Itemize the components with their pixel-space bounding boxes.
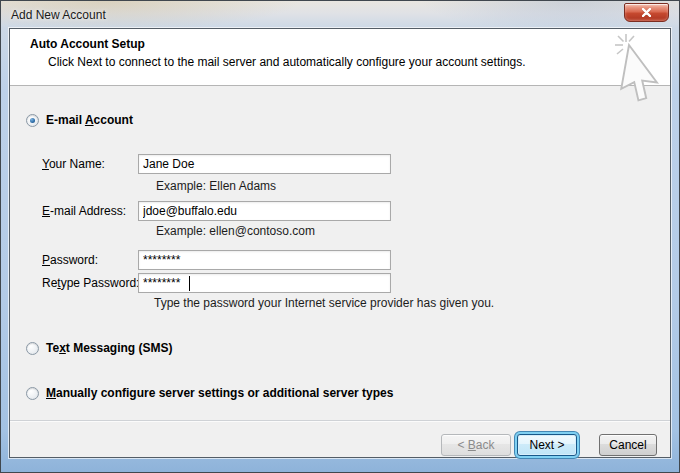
header-banner: Auto Account Setup Click Next to connect…	[10, 29, 670, 86]
next-button[interactable]: Next >	[517, 434, 577, 456]
header-title: Auto Account Setup	[30, 37, 145, 51]
close-button[interactable]	[624, 3, 669, 22]
your-name-example: Example: Ellen Adams	[156, 179, 276, 193]
radio-text-messaging-label: Text Messaging (SMS)	[46, 341, 173, 355]
sparkle-cursor-icon	[613, 32, 665, 106]
radio-email-account[interactable]: E-mail Account	[26, 113, 133, 127]
back-button[interactable]: < Back	[441, 434, 511, 456]
cancel-button[interactable]: Cancel	[599, 434, 657, 456]
retype-password-label: Retype Password:	[42, 276, 139, 290]
email-address-input[interactable]	[138, 201, 391, 221]
your-name-label: Your Name:	[42, 157, 105, 171]
retype-password-input[interactable]	[138, 273, 391, 293]
password-input[interactable]	[138, 250, 391, 270]
radio-manual-configure[interactable]: Manually configure server settings or ad…	[26, 386, 393, 400]
titlebar[interactable]: Add New Account	[1, 1, 679, 28]
radio-text-messaging[interactable]: Text Messaging (SMS)	[26, 341, 173, 355]
text-cursor	[189, 276, 190, 291]
password-hint: Type the password your Internet service …	[154, 296, 494, 310]
add-new-account-window: Add New Account Auto Account Setup Click…	[0, 0, 680, 473]
dialog-body: Auto Account Setup Click Next to connect…	[9, 28, 671, 458]
email-address-label: E-mail Address:	[42, 204, 126, 218]
window-title: Add New Account	[11, 8, 106, 22]
email-address-example: Example: ellen@contoso.com	[156, 224, 315, 238]
radio-dot	[30, 118, 35, 123]
radio-manual-configure-label: Manually configure server settings or ad…	[46, 386, 393, 400]
close-x-icon	[642, 8, 651, 17]
radio-unselected-icon[interactable]	[26, 387, 39, 400]
radio-selected-icon[interactable]	[26, 114, 39, 127]
header-subtitle: Click Next to connect to the mail server…	[48, 55, 526, 69]
your-name-input[interactable]	[138, 154, 391, 174]
password-label: Password:	[42, 253, 98, 267]
radio-email-account-label: E-mail Account	[46, 113, 133, 127]
radio-unselected-icon[interactable]	[26, 342, 39, 355]
